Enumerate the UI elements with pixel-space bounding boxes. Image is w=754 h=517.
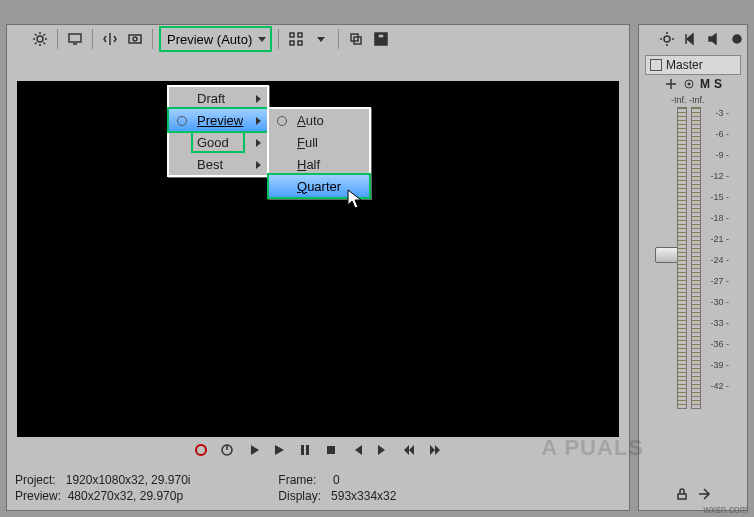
play-from-start-button[interactable] — [243, 440, 263, 460]
menu-item-best[interactable]: Best — [169, 153, 267, 175]
svg-point-20 — [687, 83, 690, 86]
project-format: 1920x1080x32, 29.970i — [66, 473, 191, 487]
source-stamp: wxsn.com — [704, 504, 748, 515]
external-monitor-icon[interactable] — [64, 28, 86, 50]
menu-item-preview[interactable]: Preview — [169, 109, 267, 131]
radio-icon — [177, 116, 187, 126]
preview-toolbar: Preview (Auto) — [7, 25, 629, 53]
go-to-start-button[interactable] — [347, 440, 367, 460]
pause-button[interactable] — [295, 440, 315, 460]
lock-icon[interactable] — [675, 487, 689, 504]
svg-rect-7 — [298, 41, 302, 45]
preview-quality-dropdown[interactable]: Preview (Auto) — [159, 26, 272, 52]
svg-rect-4 — [290, 33, 294, 37]
menu-item-half[interactable]: Half — [269, 153, 369, 175]
menu-item-good[interactable]: Good — [169, 131, 267, 153]
svg-rect-2 — [129, 35, 141, 43]
level-meters: -Inf. -Inf. -3 - -6 - -9 - -12 - -15 - -… — [653, 95, 733, 415]
master-label: Master — [666, 58, 703, 72]
menu-item-auto[interactable]: Auto — [269, 109, 369, 131]
chevron-down-icon — [258, 37, 266, 42]
next-frame-button[interactable] — [425, 440, 445, 460]
meter-bar-left — [677, 107, 687, 409]
radio-icon — [277, 116, 287, 126]
skip-left-icon[interactable] — [680, 28, 700, 50]
master-bus-header[interactable]: Master — [645, 55, 741, 75]
save-snapshot-icon[interactable] — [370, 28, 392, 50]
preview-format: 480x270x32, 29.970p — [68, 489, 183, 503]
svg-point-12 — [196, 445, 206, 455]
menu-item-draft[interactable]: Draft — [169, 87, 267, 109]
svg-rect-5 — [298, 33, 302, 37]
record-button[interactable] — [191, 440, 211, 460]
meter-bar-right — [691, 107, 701, 409]
meter-left-readout: -Inf. — [671, 95, 687, 105]
expand-icon[interactable] — [697, 487, 711, 504]
close-icon[interactable] — [641, 35, 655, 49]
display-format: 593x334x32 — [331, 489, 396, 503]
prev-frame-button[interactable] — [399, 440, 419, 460]
play-button[interactable] — [269, 440, 289, 460]
mixer-footer — [639, 487, 747, 504]
svg-rect-21 — [678, 494, 686, 499]
preview-quality-label: Preview (Auto) — [167, 32, 252, 47]
svg-rect-16 — [327, 446, 335, 454]
grid-icon[interactable] — [285, 28, 307, 50]
close-icon[interactable] — [9, 35, 23, 49]
dropdown-arrow-icon[interactable] — [310, 28, 332, 50]
gear-icon[interactable] — [29, 28, 51, 50]
quality-menu: Draft Preview Good Best — [167, 85, 269, 177]
svg-point-3 — [133, 37, 137, 41]
gear-icon[interactable] — [657, 28, 677, 50]
copy-snapshot-icon[interactable] — [345, 28, 367, 50]
mixer-controls: M S — [639, 77, 747, 91]
transport-bar — [7, 436, 629, 464]
svg-rect-15 — [306, 445, 309, 455]
power-button[interactable] — [217, 440, 237, 460]
watermark-text: A PUALS — [541, 435, 644, 461]
mute-button[interactable]: M — [700, 77, 710, 91]
resolution-menu: Auto Full Half Quarter — [267, 107, 371, 199]
status-bar: Project: 1920x1080x32, 29.970i Preview: … — [15, 472, 621, 504]
svg-point-17 — [664, 36, 670, 42]
overlays-icon[interactable] — [124, 28, 146, 50]
insert-fx-icon[interactable] — [664, 77, 678, 91]
split-screen-icon[interactable] — [99, 28, 121, 50]
dim-icon[interactable] — [727, 28, 747, 50]
stop-button[interactable] — [321, 440, 341, 460]
svg-point-18 — [733, 35, 741, 43]
bus-icon — [650, 59, 662, 71]
frame-number: 0 — [333, 473, 340, 487]
mixer-toolbar — [639, 25, 747, 53]
svg-point-0 — [37, 36, 43, 42]
svg-rect-1 — [69, 34, 81, 42]
meter-right-readout: -Inf. — [689, 95, 705, 105]
meter-scale: -3 - -6 - -9 - -12 - -15 - -18 - -21 - -… — [710, 109, 729, 403]
svg-rect-6 — [290, 41, 294, 45]
menu-item-full[interactable]: Full — [269, 131, 369, 153]
svg-rect-14 — [301, 445, 304, 455]
solo-button[interactable]: S — [714, 77, 722, 91]
automation-icon[interactable] — [682, 77, 696, 91]
go-to-end-button[interactable] — [373, 440, 393, 460]
cursor-icon — [347, 189, 365, 211]
svg-rect-11 — [378, 34, 384, 38]
speaker-icon[interactable] — [704, 28, 724, 50]
